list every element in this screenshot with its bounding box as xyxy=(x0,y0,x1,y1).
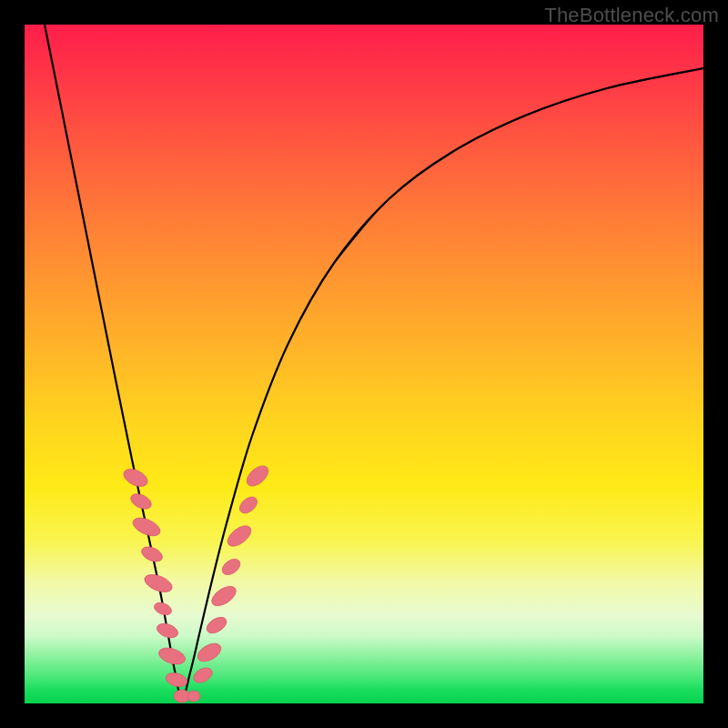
bottleneck-curve xyxy=(45,25,703,700)
bead xyxy=(165,671,189,689)
bead xyxy=(142,571,175,596)
bead xyxy=(130,514,163,540)
bead-cluster xyxy=(121,462,272,703)
bottleneck-curve-tail xyxy=(334,68,703,263)
bead xyxy=(195,640,224,665)
bead xyxy=(152,601,173,618)
bottleneck-curve-svg xyxy=(25,25,703,703)
bead xyxy=(121,466,150,490)
watermark-text: TheBottleneck.com xyxy=(544,4,719,27)
bead xyxy=(224,521,254,550)
bead xyxy=(187,691,200,702)
bead xyxy=(157,645,187,667)
bead xyxy=(155,621,179,640)
bead xyxy=(208,582,239,610)
bead xyxy=(191,665,215,686)
bead xyxy=(243,462,272,490)
bead xyxy=(237,494,260,517)
bead xyxy=(204,614,229,637)
bead xyxy=(128,490,154,511)
bead xyxy=(139,544,165,565)
plot-area xyxy=(25,25,703,703)
chart-frame: TheBottleneck.com xyxy=(0,0,728,728)
bead xyxy=(219,556,243,578)
